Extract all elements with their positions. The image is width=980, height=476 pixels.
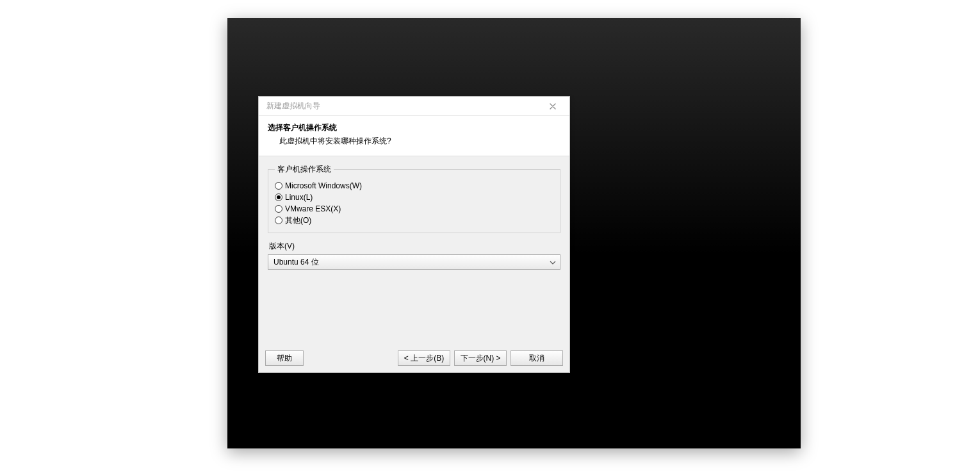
radio-label: Microsoft Windows(W)	[285, 180, 362, 192]
version-select-value: Ubuntu 64 位	[274, 257, 319, 268]
wizard-header-subtitle: 此虚拟机中将安装哪种操作系统?	[268, 136, 560, 147]
version-select[interactable]: Ubuntu 64 位	[268, 254, 560, 270]
radio-option-linux[interactable]: Linux(L)	[275, 192, 553, 203]
close-button[interactable]	[543, 99, 563, 113]
radio-label: 其他(O)	[285, 215, 311, 226]
guest-os-group: 客户机操作系统 Microsoft Windows(W) Linux(L) VM…	[268, 164, 560, 233]
wizard-header: 选择客户机操作系统 此虚拟机中将安装哪种操作系统?	[259, 116, 569, 156]
cancel-button[interactable]: 取消	[510, 350, 563, 366]
vm-desktop-background: 新建虚拟机向导 选择客户机操作系统 此虚拟机中将安装哪种操作系统? 客户机操作系…	[227, 18, 801, 448]
radio-icon	[275, 182, 282, 190]
radio-option-other[interactable]: 其他(O)	[275, 215, 553, 226]
new-vm-wizard-dialog: 新建虚拟机向导 选择客户机操作系统 此虚拟机中将安装哪种操作系统? 客户机操作系…	[258, 96, 570, 373]
version-label: 版本(V)	[269, 241, 560, 252]
guest-os-group-label: 客户机操作系统	[275, 164, 334, 175]
help-button[interactable]: 帮助	[265, 350, 304, 366]
radio-option-windows[interactable]: Microsoft Windows(W)	[275, 180, 553, 192]
radio-icon	[275, 205, 282, 213]
radio-option-esx[interactable]: VMware ESX(X)	[275, 203, 553, 215]
close-icon	[550, 103, 556, 110]
wizard-body: 客户机操作系统 Microsoft Windows(W) Linux(L) VM…	[259, 156, 569, 270]
wizard-footer: 帮助 < 上一步(B) 下一步(N) > 取消	[259, 345, 569, 372]
radio-label: Linux(L)	[285, 192, 313, 203]
chevron-down-icon	[550, 258, 556, 267]
wizard-header-title: 选择客户机操作系统	[268, 122, 560, 133]
next-button[interactable]: 下一步(N) >	[454, 350, 507, 366]
back-button[interactable]: < 上一步(B)	[398, 350, 450, 366]
window-title: 新建虚拟机向导	[266, 101, 320, 111]
radio-icon-selected	[275, 193, 282, 201]
titlebar[interactable]: 新建虚拟机向导	[259, 97, 569, 116]
radio-icon	[275, 217, 282, 224]
radio-label: VMware ESX(X)	[285, 203, 341, 215]
